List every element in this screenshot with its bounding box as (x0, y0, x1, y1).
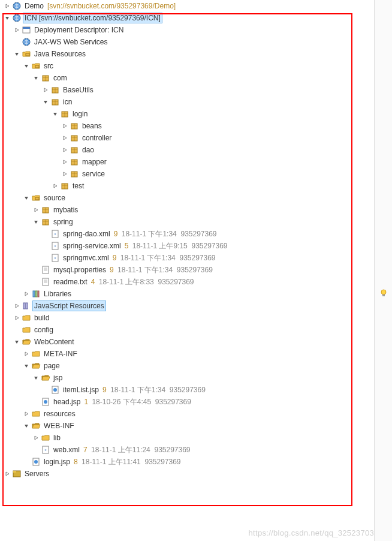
twisty-open-icon[interactable] (22, 193, 31, 203)
file-spring-dao[interactable]: spring-dao.xml 9 18-11-1 下午1:34 93529736… (2, 228, 392, 240)
package-icon (50, 97, 60, 107)
twisty-closed-icon[interactable] (60, 157, 70, 167)
twisty-closed-icon[interactable] (60, 169, 70, 179)
package-icon (70, 157, 79, 167)
file-mysql-props[interactable]: mysql.properties 9 18-11-1 下午1:34 935297… (2, 264, 392, 276)
project-demo[interactable]: Demo [svn://svnbucket.com/935297369/Demo… (2, 0, 392, 12)
resources-folder[interactable]: resources (2, 408, 392, 420)
project-servers[interactable]: Servers (2, 468, 392, 480)
twisty-closed-icon[interactable] (12, 25, 22, 35)
twisty-closed-icon[interactable] (41, 85, 50, 95)
twisty-open-icon[interactable] (31, 373, 41, 383)
twisty-closed-icon[interactable] (60, 133, 70, 143)
pkg-controller[interactable]: controller (2, 132, 392, 144)
twisty-open-icon[interactable] (12, 49, 22, 59)
file-label: mysql.properties (52, 265, 107, 275)
file-itemlist[interactable]: itemList.jsp 9 18-11-1 下午1:34 935297369 (2, 384, 392, 396)
build-folder[interactable]: build (2, 312, 392, 324)
twisty-closed-icon[interactable] (22, 349, 31, 359)
lib-folder[interactable]: lib (2, 432, 392, 444)
js-resources[interactable]: JavaScript Resources (2, 300, 392, 312)
pkg-spring[interactable]: spring (2, 216, 392, 228)
metainf-folder[interactable]: META-INF (2, 348, 392, 360)
twisty-closed-icon[interactable] (2, 469, 12, 479)
twisty-closed-icon[interactable] (12, 313, 22, 323)
libraries-node[interactable]: Libraries (2, 288, 392, 300)
pkg-service[interactable]: service (2, 168, 392, 180)
source-folder-icon (31, 193, 41, 203)
node-label: Deployment Descriptor: ICN (33, 25, 125, 35)
twisty-open-icon[interactable] (12, 337, 22, 347)
src-folder[interactable]: src (2, 60, 392, 72)
config-folder[interactable]: config (2, 324, 392, 336)
file-label: readme.txt (52, 277, 89, 287)
twisty-closed-icon[interactable] (60, 145, 70, 155)
pkg-icn[interactable]: icn (2, 96, 392, 108)
node-label: src (43, 61, 55, 71)
file-icon (41, 265, 50, 275)
jaxws-node[interactable]: JAX-WS Web Services (2, 36, 392, 48)
web-project-icon (12, 13, 22, 23)
folder-open-icon (41, 373, 50, 383)
twisty-open-icon[interactable] (22, 361, 31, 371)
webinf-folder[interactable]: WEB-INF (2, 420, 392, 432)
twisty-closed-icon[interactable] (22, 289, 31, 299)
package-icon (41, 205, 50, 215)
folder-icon (31, 409, 41, 419)
node-label: beans (81, 121, 103, 131)
file-readme[interactable]: readme.txt 4 18-11-1 上午8:33 935297369 (2, 276, 392, 288)
java-resources[interactable]: Java Resources (2, 48, 392, 60)
file-loginjsp[interactable]: login.jsp 8 18-11-1 上午11:41 935297369 (2, 456, 392, 468)
twisty-open-icon[interactable] (22, 61, 31, 71)
file-springmvc[interactable]: springmvc.xml 9 18-11-1 下午1:34 935297369 (2, 252, 392, 264)
twisty-open-icon[interactable] (41, 97, 50, 107)
twisty-open-icon[interactable] (2, 13, 12, 23)
project-label: ICN [svn://svnbucket.com/935297369/ICN] (23, 13, 162, 23)
project-explorer-tree: Demo [svn://svnbucket.com/935297369/Demo… (0, 0, 392, 480)
folder-icon (41, 433, 50, 443)
pkg-com[interactable]: com (2, 72, 392, 84)
twisty-closed-icon[interactable] (31, 433, 41, 443)
jsp-icon (50, 385, 60, 395)
node-label: JavaScript Resources (33, 301, 105, 311)
jsp-folder[interactable]: jsp (2, 372, 392, 384)
twisty-closed-icon[interactable] (22, 409, 31, 419)
file-label: spring-service.xml (62, 241, 122, 251)
node-label: JAX-WS Web Services (33, 37, 108, 47)
pkg-test[interactable]: test (2, 180, 392, 192)
twisty-closed-icon[interactable] (31, 205, 41, 215)
twisty-closed-icon[interactable] (60, 121, 70, 131)
twisty-closed-icon[interactable] (50, 181, 60, 191)
webcontent-folder[interactable]: WebContent (2, 336, 392, 348)
twisty-closed-icon[interactable] (2, 1, 12, 11)
file-icon (41, 277, 50, 287)
repo-decor: [svn://svnbucket.com/935297369/Demo] (47, 2, 176, 10)
project-icn[interactable]: ICN [svn://svnbucket.com/935297369/ICN] (2, 12, 392, 24)
project-label: Demo (23, 1, 45, 11)
twisty-closed-icon[interactable] (12, 301, 22, 311)
node-label: test (71, 181, 85, 191)
file-spring-service[interactable]: spring-service.xml 5 18-11-1 上午9:15 9352… (2, 240, 392, 252)
file-label: spring-dao.xml (62, 229, 111, 239)
twisty-open-icon[interactable] (50, 109, 60, 119)
node-label: resources (43, 409, 77, 419)
pkg-mybatis[interactable]: mybatis (2, 204, 392, 216)
twisty-open-icon[interactable] (22, 421, 31, 431)
pkg-beans[interactable]: beans (2, 120, 392, 132)
node-label: lib (52, 433, 62, 443)
twisty-open-icon[interactable] (31, 217, 41, 227)
deploy-descriptor[interactable]: Deployment Descriptor: ICN (2, 24, 392, 36)
pkg-login[interactable]: login (2, 108, 392, 120)
pkg-mapper[interactable]: mapper (2, 156, 392, 168)
pkg-baseutils[interactable]: BaseUtils (2, 84, 392, 96)
source-folder[interactable]: source (2, 192, 392, 204)
page-folder[interactable]: page (2, 360, 392, 372)
twisty-open-icon[interactable] (31, 73, 41, 83)
jslib-icon (22, 301, 31, 311)
pkg-dao[interactable]: dao (2, 144, 392, 156)
node-label: service (81, 169, 106, 179)
folder-icon (31, 349, 41, 359)
node-label: META-INF (43, 349, 79, 359)
file-webxml[interactable]: web.xml 7 18-11-1 上午11:24 935297369 (2, 444, 392, 456)
file-head[interactable]: head.jsp 1 18-10-26 下午4:45 935297369 (2, 396, 392, 408)
